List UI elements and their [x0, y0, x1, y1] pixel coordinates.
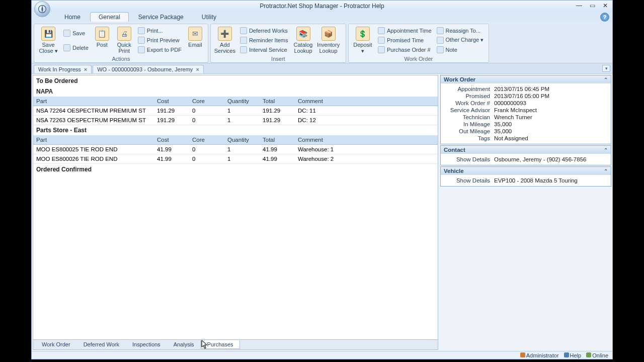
supplier-header: NAPA: [33, 86, 438, 97]
col-core[interactable]: Core: [189, 135, 224, 145]
print-icon: [138, 27, 145, 34]
save-close-icon: 💾: [41, 27, 55, 41]
col-quantity[interactable]: Quantity: [224, 97, 260, 106]
promised-time-button[interactable]: Promised Time: [376, 36, 434, 44]
note-icon: [437, 46, 444, 53]
po-icon: [378, 46, 385, 53]
post-icon: 📋: [95, 27, 109, 41]
purchase-order-button[interactable]: Purchase Order #: [376, 46, 434, 54]
close-tab-icon[interactable]: ×: [84, 66, 87, 72]
inventory-lookup-button[interactable]: 📦 Inventory Lookup: [316, 26, 341, 55]
collapse-icon[interactable]: ⌃: [604, 77, 608, 82]
bottom-tab-work-order[interactable]: Work Order: [35, 340, 77, 349]
close-tab-icon[interactable]: ×: [196, 66, 199, 72]
menu-tab-utility[interactable]: Utility: [193, 12, 225, 22]
quick-print-icon: 🖨: [117, 27, 131, 41]
show-details-link[interactable]: Show Details: [444, 177, 494, 184]
parts-table: Part Cost Core Quantity Total Comment NS…: [33, 97, 438, 125]
col-total[interactable]: Total: [260, 135, 295, 145]
bottom-tab-deferred-work[interactable]: Deferred Work: [77, 340, 126, 349]
menu-tabs: Home General Service Package Utility ?: [32, 12, 612, 22]
bottom-tabs: Work Order Deferred Work Inspections Ana…: [33, 339, 438, 349]
deposit-button[interactable]: 💲 Deposit ▾: [351, 26, 375, 55]
appointment-time-button[interactable]: Appointment Time: [376, 27, 434, 35]
right-pane: Work Order⌃ Appointment2013/07/15 06:45 …: [440, 75, 611, 350]
user-icon: [520, 352, 525, 357]
table-row[interactable]: MOO ES800026 TIE ROD END 41.99 0 1 41.99…: [33, 154, 438, 164]
col-quantity[interactable]: Quantity: [224, 135, 260, 145]
doc-tab-work-in-progress[interactable]: Work In Progress ×: [34, 65, 92, 73]
interval-icon: [240, 46, 247, 53]
collapse-icon[interactable]: ⌃: [604, 147, 608, 153]
online-icon: [586, 352, 591, 357]
delete-icon: [63, 44, 70, 51]
col-comment[interactable]: Comment: [295, 135, 438, 145]
doc-tab-work-order[interactable]: WO - 0000000093 - Osbourne, Jeremy ×: [93, 65, 204, 73]
table-row[interactable]: NSA 72263 OESPECTRUM PREMIUM ST 191.29 0…: [33, 116, 438, 125]
menu-tab-general[interactable]: General: [90, 12, 129, 22]
delete-button[interactable]: Delete: [61, 44, 91, 52]
bottom-tab-inspections[interactable]: Inspections: [126, 340, 167, 349]
panel-title: Vehicle: [444, 168, 464, 174]
bottom-tab-purchases[interactable]: Purchases: [201, 340, 240, 349]
pdf-icon: [138, 46, 145, 53]
reminder-items-button[interactable]: Reminder Items: [238, 36, 290, 44]
table-row[interactable]: MOO ES800025 TIE ROD END 41.99 0 1 41.99…: [33, 145, 438, 154]
show-details-link[interactable]: Show Details: [444, 156, 494, 162]
col-cost[interactable]: Cost: [154, 135, 189, 145]
deposit-icon: 💲: [356, 27, 370, 41]
reassign-button[interactable]: Reassign To...: [435, 27, 486, 35]
reassign-icon: [437, 27, 444, 34]
titlebar: Protractor.Net Shop Manager - Protractor…: [32, 1, 612, 12]
catalog-icon: 📚: [296, 27, 310, 41]
interval-service-button[interactable]: Interval Service: [238, 46, 290, 54]
calendar-icon: [378, 27, 385, 34]
catalog-lookup-button[interactable]: 📚 Catalog Lookup: [291, 26, 315, 55]
col-part[interactable]: Part: [33, 135, 154, 145]
status-online[interactable]: Online: [586, 352, 608, 358]
charge-icon: [437, 37, 444, 44]
tabs-dropdown-button[interactable]: ▾: [602, 65, 610, 72]
save-close-button[interactable]: 💾 Save Close ▾: [36, 26, 60, 55]
status-user[interactable]: Administrator: [520, 352, 559, 358]
deferred-works-button[interactable]: Deferred Works: [238, 27, 290, 35]
compass-icon: [37, 4, 47, 14]
bottom-tab-analysis[interactable]: Analysis: [167, 340, 201, 349]
export-pdf-button[interactable]: Export to PDF: [136, 46, 184, 54]
supplier-header: Parts Store - East: [33, 125, 438, 135]
col-total[interactable]: Total: [260, 97, 295, 106]
add-services-icon: ➕: [218, 27, 232, 41]
post-button[interactable]: 📋 Post: [92, 26, 113, 55]
other-charge-button[interactable]: Other Charge ▾: [435, 36, 486, 44]
reminder-icon: [240, 37, 247, 44]
quick-print-button[interactable]: 🖨 Quick Print: [114, 26, 135, 55]
group-label-work-order: Work Order: [351, 55, 487, 62]
note-button[interactable]: Note: [435, 46, 486, 54]
email-button[interactable]: ✉ Email: [185, 26, 206, 55]
col-part[interactable]: Part: [33, 97, 154, 106]
col-cost[interactable]: Cost: [154, 97, 189, 106]
menu-tab-home[interactable]: Home: [56, 12, 89, 22]
panel-title: Contact: [444, 147, 465, 153]
col-comment[interactable]: Comment: [295, 97, 438, 106]
section-ordered-confirmed: Ordered Confirmed: [33, 164, 438, 175]
group-label-insert: Insert: [213, 55, 344, 62]
help-icon: [564, 352, 569, 357]
print-preview-button[interactable]: Print Preview: [136, 36, 184, 44]
add-services-button[interactable]: ➕ Add Services: [213, 26, 237, 55]
deferred-icon: [240, 27, 247, 34]
group-label-actions: Actions: [36, 55, 206, 62]
col-core[interactable]: Core: [189, 97, 224, 106]
print-button[interactable]: Print...: [136, 27, 184, 35]
status-help[interactable]: Help: [564, 352, 582, 358]
table-row[interactable]: NSA 72264 OESPECTRUM PREMIUM ST 191.29 0…: [33, 106, 438, 116]
menu-tab-service-package[interactable]: Service Package: [130, 12, 192, 22]
save-button[interactable]: Save: [61, 29, 91, 37]
clock-icon: [378, 37, 385, 44]
inventory-icon: 📦: [321, 27, 336, 41]
panel-contact: Contact⌃ Show DetailsOsbourne, Jeremy - …: [440, 145, 611, 165]
print-preview-icon: [138, 37, 145, 44]
help-icon[interactable]: ?: [600, 13, 609, 22]
collapse-icon[interactable]: ⌃: [604, 168, 608, 174]
app-menu-button[interactable]: [34, 1, 50, 17]
